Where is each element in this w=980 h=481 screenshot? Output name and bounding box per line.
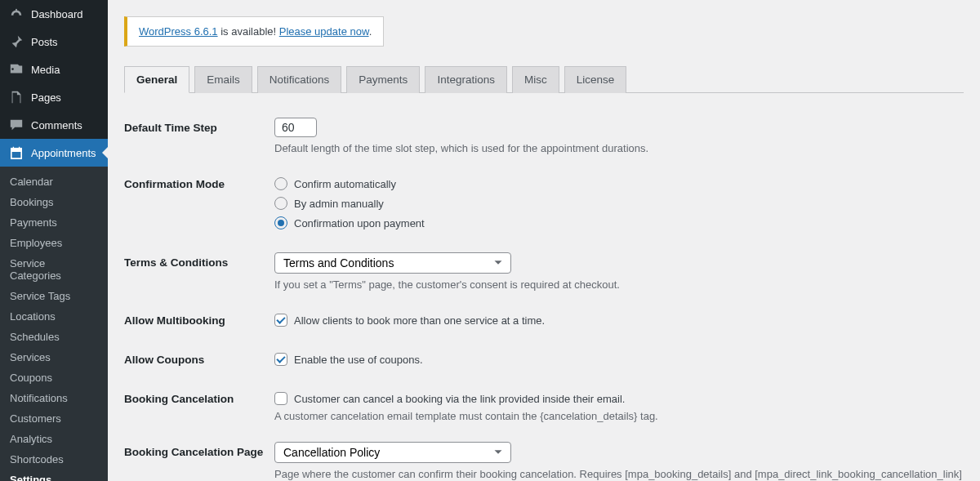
admin-sidebar: Dashboard Posts Media Pages Comments App…	[0, 0, 108, 481]
submenu-item-service-categories[interactable]: Service Categories	[0, 253, 108, 286]
tab-misc[interactable]: Misc	[512, 66, 559, 93]
row-multibooking: Allow Multibooking Allow clients to book…	[124, 301, 964, 340]
label-terms: Terms & Conditions	[124, 252, 274, 269]
submenu-item-notifications[interactable]: Notifications	[0, 388, 108, 408]
submenu-item-analytics[interactable]: Analytics	[0, 429, 108, 449]
dashboard-icon	[8, 6, 24, 22]
time-step-input[interactable]	[274, 118, 317, 137]
radio-confirm-manual[interactable]	[274, 197, 287, 210]
sidebar-item-posts[interactable]: Posts	[0, 28, 108, 56]
submenu-item-settings[interactable]: Settings	[0, 470, 108, 481]
coupons-checkbox[interactable]	[274, 353, 287, 366]
settings-tabs: General Emails Notifications Payments In…	[124, 66, 964, 93]
label-confirmation: Confirmation Mode	[124, 174, 274, 190]
submenu-item-customers[interactable]: Customers	[0, 408, 108, 429]
radio-confirm-payment[interactable]	[274, 216, 287, 229]
checkbox-label: Enable the use of coupons.	[294, 354, 423, 366]
pin-icon	[8, 33, 24, 50]
submenu-item-service-tags[interactable]: Service Tags	[0, 286, 108, 306]
submenu-item-schedules[interactable]: Schedules	[0, 327, 108, 347]
cancel-checkbox[interactable]	[274, 392, 287, 405]
checkbox-label: Customer can cancel a booking via the li…	[294, 393, 625, 405]
media-icon	[8, 61, 24, 78]
page-icon	[8, 89, 24, 105]
main-content: WordPress 6.6.1 is available! Please upd…	[108, 0, 980, 481]
update-now-link[interactable]: Please update now	[279, 25, 369, 38]
submenu-item-coupons[interactable]: Coupons	[0, 367, 108, 388]
sidebar-item-comments[interactable]: Comments	[0, 111, 108, 139]
sidebar-submenu: Calendar Bookings Payments Employees Ser…	[0, 167, 108, 481]
calendar-icon	[8, 145, 24, 161]
desc-time-step: Default length of the time slot step, wh…	[274, 142, 964, 154]
sidebar-item-pages[interactable]: Pages	[0, 83, 108, 111]
checkbox-label: Allow clients to book more than one serv…	[294, 314, 545, 327]
multibooking-checkbox[interactable]	[274, 314, 287, 327]
tab-notifications[interactable]: Notifications	[257, 66, 342, 93]
row-coupons: Allow Coupons Enable the use of coupons.	[124, 340, 964, 379]
label-multibooking: Allow Multibooking	[124, 310, 274, 327]
row-terms: Terms & Conditions Terms and Conditions …	[124, 243, 964, 301]
sidebar-item-label: Media	[31, 64, 60, 76]
radio-confirm-auto[interactable]	[274, 177, 287, 190]
label-cancel-page: Booking Cancelation Page	[124, 442, 274, 458]
row-cancel: Booking Cancelation Customer can cancel …	[124, 379, 964, 432]
cancel-page-select[interactable]: Cancellation Policy	[274, 442, 511, 463]
desc-cancel: A customer cancelation email template mu…	[274, 410, 964, 422]
sidebar-item-label: Dashboard	[31, 8, 83, 20]
comments-icon	[8, 117, 24, 133]
tab-integrations[interactable]: Integrations	[425, 66, 507, 93]
tab-general[interactable]: General	[124, 66, 189, 93]
submenu-item-services[interactable]: Services	[0, 347, 108, 367]
row-time-step: Default Time Step Default length of the …	[124, 108, 964, 164]
svg-rect-1	[11, 149, 22, 152]
desc-cancel-page: Page where the customer can confirm thei…	[274, 468, 964, 481]
update-notice: WordPress 6.6.1 is available! Please upd…	[124, 16, 384, 47]
terms-select[interactable]: Terms and Conditions	[274, 252, 511, 274]
wp-version-link[interactable]: WordPress 6.6.1	[139, 25, 218, 38]
label-cancel: Booking Cancelation	[124, 389, 274, 405]
row-confirmation: Confirmation Mode Confirm automatically …	[124, 164, 964, 243]
notice-text: is available!	[218, 25, 279, 38]
radio-label: Confirm automatically	[294, 178, 396, 190]
sidebar-item-label: Pages	[31, 91, 61, 104]
submenu-item-employees[interactable]: Employees	[0, 233, 108, 253]
submenu-item-bookings[interactable]: Bookings	[0, 192, 108, 212]
row-cancel-page: Booking Cancelation Page Cancellation Po…	[124, 432, 964, 481]
desc-terms: If you set a "Terms" page, the customer'…	[274, 278, 964, 291]
submenu-item-payments[interactable]: Payments	[0, 212, 108, 233]
sidebar-item-label: Comments	[31, 119, 82, 131]
tab-emails[interactable]: Emails	[194, 66, 252, 93]
sidebar-item-appointments[interactable]: Appointments	[0, 139, 108, 167]
label-time-step: Default Time Step	[124, 118, 274, 134]
radio-label: Confirmation upon payment	[294, 217, 425, 229]
submenu-item-shortcodes[interactable]: Shortcodes	[0, 449, 108, 470]
sidebar-item-label: Posts	[31, 36, 58, 48]
label-coupons: Allow Coupons	[124, 350, 274, 366]
tab-license[interactable]: License	[564, 66, 627, 93]
submenu-item-locations[interactable]: Locations	[0, 306, 108, 327]
submenu-item-calendar[interactable]: Calendar	[0, 171, 108, 192]
radio-label: By admin manually	[294, 198, 384, 210]
tab-payments[interactable]: Payments	[346, 66, 420, 93]
sidebar-item-media[interactable]: Media	[0, 56, 108, 83]
sidebar-item-label: Appointments	[31, 147, 96, 159]
sidebar-item-dashboard[interactable]: Dashboard	[0, 0, 108, 28]
